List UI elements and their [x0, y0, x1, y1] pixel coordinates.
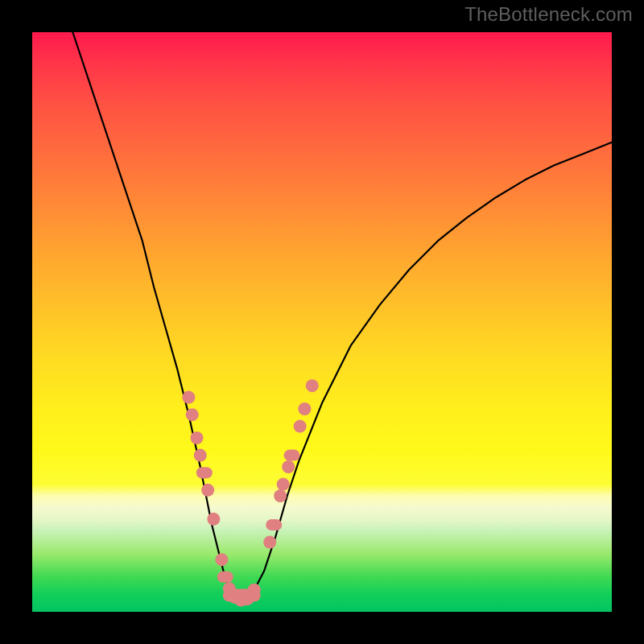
- marker-dot: [282, 460, 295, 473]
- marker-dot: [190, 431, 203, 444]
- marker-dot: [201, 484, 214, 497]
- curve-svg: [32, 32, 612, 612]
- sample-markers: [182, 379, 318, 606]
- marker-dot: [263, 536, 276, 549]
- marker-pill: [284, 450, 300, 461]
- marker-pill: [196, 467, 213, 478]
- marker-dot: [294, 420, 307, 433]
- marker-dot: [298, 402, 311, 415]
- marker-dot: [277, 478, 290, 491]
- marker-dot: [207, 513, 220, 526]
- marker-dot: [194, 449, 207, 462]
- marker-pill: [266, 519, 282, 530]
- marker-dot: [186, 408, 199, 421]
- bottleneck-curve: [72, 32, 612, 601]
- marker-dot: [248, 584, 261, 597]
- plot-area: [32, 32, 612, 612]
- marker-pill: [217, 572, 233, 583]
- watermark-text: TheBottleneck.com: [464, 3, 633, 26]
- chart-frame: TheBottleneck.com: [0, 0, 644, 644]
- marker-dot: [182, 391, 195, 404]
- marker-dot: [306, 379, 319, 392]
- marker-dot: [215, 553, 228, 566]
- marker-dot: [274, 489, 287, 502]
